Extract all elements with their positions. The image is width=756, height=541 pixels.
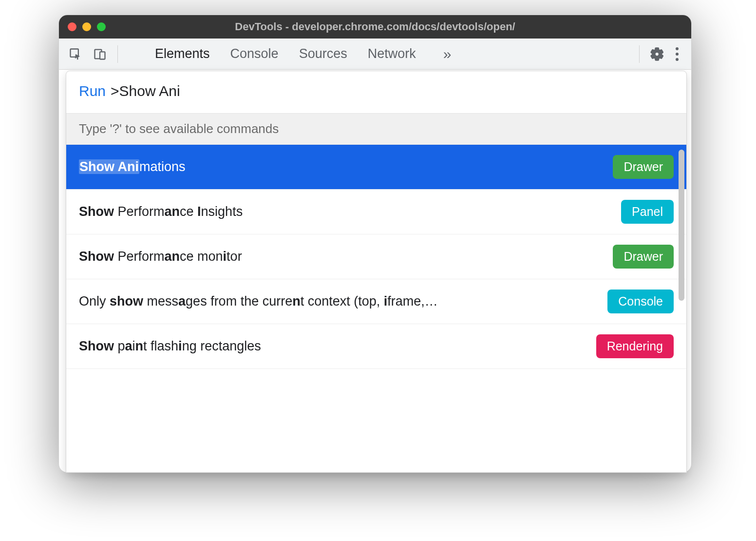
- devtools-toolbar: Elements Console Sources Network »: [59, 39, 691, 70]
- tab-console[interactable]: Console: [230, 46, 279, 61]
- scrollbar-thumb[interactable]: [679, 150, 684, 301]
- panel-tabs: Elements Console Sources Network »: [155, 46, 631, 62]
- window-title: DevTools - developer.chrome.com/docs/dev…: [59, 20, 691, 33]
- result-badge: Panel: [621, 200, 674, 224]
- close-window-button[interactable]: [68, 22, 76, 31]
- tab-network[interactable]: Network: [368, 46, 416, 61]
- settings-gear-icon[interactable]: [647, 44, 667, 64]
- result-badge: Console: [607, 290, 674, 313]
- command-result[interactable]: Show AnimationsDrawer: [66, 145, 686, 190]
- result-label: Show paint flashing rectangles: [79, 339, 596, 354]
- more-tabs-icon[interactable]: »: [436, 46, 458, 62]
- toolbar-divider: [639, 45, 640, 63]
- result-label: Show Animations: [79, 159, 613, 174]
- maximize-window-button[interactable]: [97, 22, 106, 31]
- result-badge: Drawer: [613, 245, 674, 269]
- command-results: Show AnimationsDrawerShow Performance In…: [66, 145, 686, 472]
- tab-sources[interactable]: Sources: [299, 46, 347, 61]
- window-titlebar: DevTools - developer.chrome.com/docs/dev…: [59, 15, 691, 39]
- svg-rect-2: [100, 52, 105, 59]
- minimize-window-button[interactable]: [82, 22, 91, 31]
- toolbar-divider: [117, 45, 118, 63]
- inspect-element-icon[interactable]: [66, 44, 85, 64]
- result-label: Only show messages from the current cont…: [79, 294, 607, 309]
- result-badge: Rendering: [596, 334, 674, 358]
- command-menu: Run >Show Ani Type '?' to see available …: [66, 71, 687, 473]
- command-input[interactable]: >Show Ani: [111, 83, 180, 99]
- device-toolbar-icon[interactable]: [90, 44, 110, 64]
- command-input-row[interactable]: Run >Show Ani: [66, 71, 686, 113]
- result-label: Show Performance Insights: [79, 204, 621, 219]
- window-controls: [68, 22, 106, 31]
- command-result[interactable]: Only show messages from the current cont…: [66, 279, 686, 324]
- command-result[interactable]: Show paint flashing rectanglesRendering: [66, 324, 686, 369]
- command-result[interactable]: Show Performance monitorDrawer: [66, 234, 686, 279]
- command-hint: Type '?' to see available commands: [66, 113, 686, 145]
- more-options-icon[interactable]: [670, 47, 684, 61]
- command-prefix: Run: [79, 83, 106, 99]
- tab-elements[interactable]: Elements: [155, 46, 210, 61]
- devtools-window: DevTools - developer.chrome.com/docs/dev…: [58, 15, 692, 473]
- result-label: Show Performance monitor: [79, 249, 613, 264]
- command-result[interactable]: Show Performance InsightsPanel: [66, 190, 686, 234]
- result-badge: Drawer: [613, 155, 674, 179]
